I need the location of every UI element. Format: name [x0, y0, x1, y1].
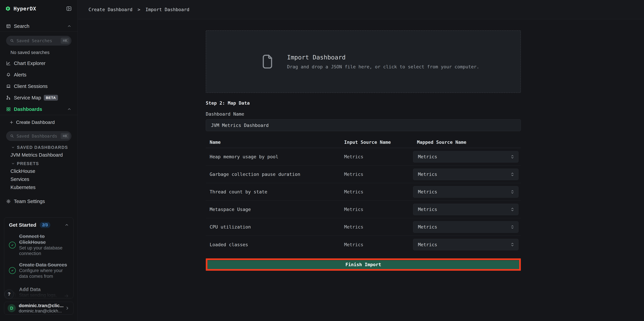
saved-dashboards-input[interactable] [16, 134, 61, 139]
search-board-icon [6, 24, 11, 28]
chevron-up-icon[interactable] [64, 223, 69, 227]
task-title: Create Data Sources [19, 262, 69, 268]
breadcrumb-separator: > [138, 7, 140, 12]
user-name: dominic.tran@clic... [19, 303, 64, 308]
topbar: Create Dashboard > Import Dashboard [78, 0, 644, 19]
mapped-source-select[interactable]: Metrics [413, 151, 518, 163]
task-description: Start sending logs, metrics, or traces [19, 293, 61, 298]
mapped-source-select[interactable]: Metrics [413, 221, 518, 233]
sidebar-item-kubernetes-preset[interactable]: Kubernetes [0, 183, 78, 191]
mapped-source-select[interactable]: Metrics [413, 239, 518, 250]
laptop-icon [6, 84, 11, 89]
row-name: Heap memory usage by pool [206, 154, 340, 159]
get-started-panel: Get Started 2/3 Connect to ClickHouse Se… [4, 217, 74, 298]
sidebar-item-jvm-metrics-dashboard[interactable]: JVM Metrics Dashboard [0, 151, 78, 159]
shortcut-badge: ⌘K [61, 38, 70, 44]
sidebar-item-alerts[interactable]: Alerts [0, 69, 78, 80]
help-button[interactable]: ? [4, 290, 14, 299]
sidebar-item-label: Chart Explorer [14, 61, 46, 66]
get-started-item-connect[interactable]: Connect to ClickHouse Set up your databa… [9, 233, 69, 257]
breadcrumb: Create Dashboard > Import Dashboard [88, 7, 190, 12]
sidebar-item-team-settings[interactable]: Team Settings [0, 196, 78, 207]
sidebar-item-clickhouse-preset[interactable]: ClickHouse [0, 167, 78, 175]
group-presets[interactable]: PRESETS [0, 161, 78, 166]
dashboards-grid-icon [6, 107, 11, 112]
sidebar-item-search[interactable]: Search [0, 21, 78, 31]
logo-row: HyperDX [0, 0, 78, 17]
dropzone-subtitle: Drag and drop a JSON file here, or click… [287, 64, 479, 69]
row-name: Metaspace Usage [206, 207, 340, 212]
sidebar-item-services-preset[interactable]: Services [0, 175, 78, 183]
chevron-up-icon [67, 107, 72, 111]
chart-explorer-icon [6, 61, 11, 66]
sidebar-item-client-sessions[interactable]: Client Sessions [0, 80, 78, 92]
row-input-source: Metrics [340, 154, 413, 159]
breadcrumb-import-dashboard: Import Dashboard [146, 7, 190, 12]
avatar: D [8, 304, 16, 312]
saved-searches-search[interactable]: ⌘K [6, 36, 72, 45]
group-label: PRESETS [17, 161, 39, 166]
beta-badge: BETA [44, 95, 58, 101]
sidebar-item-dashboards[interactable]: Dashboards [0, 103, 78, 115]
get-started-item-sources[interactable]: Create Data Sources Configure where your… [9, 262, 69, 279]
row-name: Loaded classes [206, 242, 340, 247]
sidebar-item-label: Service Map [14, 95, 41, 101]
get-started-item-add-data[interactable]: Add Data Start sending logs, metrics, or… [9, 287, 69, 298]
dashboard-link-label: ClickHouse [10, 168, 35, 174]
hierarchy-icon [6, 95, 11, 100]
selected-value: Metrics [418, 242, 437, 247]
dropzone-title: Import Dashboard [287, 54, 479, 61]
table-header: Name Input Source Name Mapped Source Nam… [206, 140, 521, 148]
dashboard-link-label: Kubernetes [10, 185, 36, 190]
dashboard-name-input[interactable] [206, 119, 521, 131]
sidebar-item-chart-explorer[interactable]: Chart Explorer [0, 57, 78, 69]
logo-text: HyperDX [14, 5, 36, 12]
sidebar-item-label: Dashboards [14, 106, 42, 112]
row-input-source: Metrics [340, 172, 413, 177]
table-row: Garbage collection pause duration Metric… [206, 166, 521, 183]
app-window: HyperDX Search [0, 0, 644, 321]
sidebar-item-label: Team Settings [14, 199, 45, 204]
collapse-sidebar-button[interactable] [66, 6, 72, 11]
saved-dashboards-search[interactable]: ⌘K [6, 131, 72, 141]
create-dashboard-button[interactable]: Create Dashboard [0, 118, 78, 127]
group-saved-dashboards[interactable]: SAVED DASHBOARDS [0, 145, 78, 150]
user-email: dominic.tran@clickh... [19, 308, 64, 314]
get-started-header[interactable]: Get Started 2/3 [9, 222, 69, 228]
row-input-source: Metrics [340, 224, 413, 230]
task-description: Configure where your data comes from [19, 268, 69, 279]
page-content: Import Dashboard Drag and drop a JSON fi… [78, 19, 644, 271]
check-circle-icon [9, 267, 16, 274]
sidebar-item-label: Search [14, 23, 30, 29]
divider [0, 115, 78, 115]
row-name: Garbage collection pause duration [206, 172, 340, 177]
breadcrumb-create-dashboard[interactable]: Create Dashboard [88, 7, 132, 12]
check-circle-icon [9, 242, 16, 248]
select-chevrons-icon [510, 224, 515, 230]
select-chevrons-icon [510, 189, 515, 195]
user-menu[interactable]: D dominic.tran@clic... dominic.tran@clic… [4, 302, 74, 315]
row-input-source: Metrics [340, 189, 413, 194]
mapped-source-select[interactable]: Metrics [413, 204, 518, 215]
finish-import-button[interactable]: Finish Import [208, 260, 519, 269]
arrow-right-icon [64, 293, 69, 298]
mapped-source-select[interactable]: Metrics [413, 186, 518, 198]
shortcut-badge: ⌘K [61, 133, 70, 139]
sidebar-item-service-map[interactable]: Service Map BETA [0, 92, 78, 103]
table-row: Thread count by state Metrics Metrics [206, 183, 521, 201]
sidebar-item-label: Alerts [14, 72, 26, 78]
sidebar-item-label: Client Sessions [14, 83, 48, 89]
mapping-table: Name Input Source Name Mapped Source Nam… [206, 140, 521, 253]
group-label: SAVED DASHBOARDS [17, 145, 68, 150]
dashboard-name-label: Dashboard Name [206, 111, 521, 117]
saved-searches-input[interactable] [16, 38, 61, 43]
create-dashboard-label: Create Dashboard [16, 120, 55, 125]
get-started-title: Get Started [9, 222, 36, 228]
search-icon [10, 38, 14, 43]
column-header-name: Name [206, 140, 340, 145]
task-title: Add Data [19, 287, 69, 293]
dashboard-link-label: Services [10, 177, 29, 182]
plus-icon [9, 120, 14, 125]
import-dropzone[interactable]: Import Dashboard Drag and drop a JSON fi… [206, 30, 521, 93]
mapped-source-select[interactable]: Metrics [413, 169, 518, 180]
